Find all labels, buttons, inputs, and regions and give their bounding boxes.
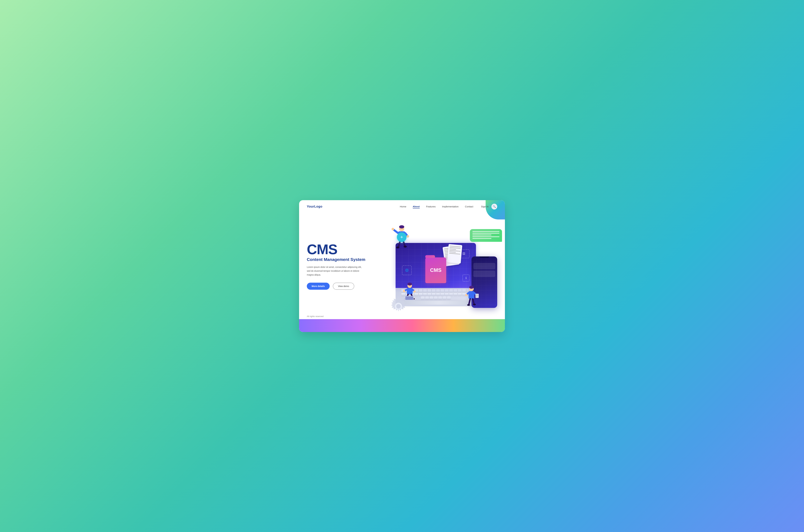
svg-point-40 [473, 304, 476, 305]
key [432, 293, 436, 296]
sign-in-link[interactable]: Sign In [481, 205, 489, 208]
view-demo-button[interactable]: View demo [333, 283, 354, 290]
svg-point-3 [399, 225, 404, 228]
nav-link-features[interactable]: Features [426, 205, 436, 208]
globe-icon: 🌐 [402, 265, 411, 275]
chat-line [473, 236, 499, 237]
chat-line [473, 238, 492, 239]
svg-rect-15 [407, 288, 413, 294]
nav-link-implementation[interactable]: Implementation [442, 205, 459, 208]
person-3 [465, 285, 478, 308]
phone-content [472, 261, 497, 280]
navbar: YourLogo Home About Features Implementat… [299, 200, 505, 213]
nav-item-features[interactable]: Features [426, 205, 436, 208]
hero-description: Lorem ipsum dolor sit amet, consectetur … [307, 265, 365, 277]
key [432, 289, 436, 292]
nav-links: Home About Features Implementation Conta… [400, 205, 473, 208]
svg-point-12 [404, 246, 407, 248]
phone-line [473, 263, 495, 269]
hero-text: CMS Content Management System Lorem ipsu… [307, 242, 374, 289]
logo: YourLogo [307, 205, 322, 208]
key [419, 289, 423, 292]
chat-line [473, 231, 499, 232]
svg-point-39 [467, 304, 470, 306]
svg-rect-28 [468, 291, 474, 299]
key [419, 293, 423, 296]
key [423, 293, 427, 296]
nav-link-home[interactable]: Home [400, 205, 406, 208]
more-details-button[interactable]: More details [307, 283, 330, 290]
doc-line [449, 249, 456, 250]
nav-right: Sign In 🔍 [481, 204, 497, 209]
key [445, 289, 448, 292]
key [427, 289, 431, 292]
button-group: More details View demo [307, 283, 374, 290]
chat-line [473, 234, 492, 235]
svg-point-6 [391, 228, 394, 230]
plus-circle-icon: + [397, 232, 406, 242]
svg-line-38 [473, 299, 474, 304]
key [436, 293, 440, 296]
svg-point-19 [414, 290, 416, 292]
key [454, 293, 457, 296]
key [449, 289, 453, 292]
key [434, 297, 438, 299]
chat-bubble [470, 229, 502, 242]
svg-rect-33 [476, 294, 479, 298]
svg-point-14 [407, 283, 412, 286]
phone-line [473, 271, 495, 277]
nav-item-implementation[interactable]: Implementation [442, 205, 459, 208]
doc-line [450, 246, 461, 247]
key [421, 297, 425, 299]
svg-point-30 [465, 294, 467, 296]
svg-point-8 [406, 235, 409, 238]
nav-link-contact[interactable]: Contact [465, 205, 473, 208]
search-icon: 🔍 [493, 205, 496, 208]
key [429, 297, 433, 299]
svg-point-11 [396, 246, 399, 248]
cms-folder: CMS [425, 258, 446, 283]
svg-point-27 [469, 286, 474, 289]
nav-item-home[interactable]: Home [400, 205, 406, 208]
hero-title: CMS [307, 242, 374, 256]
key [440, 293, 444, 296]
svg-line-37 [469, 299, 470, 304]
info-icon: ℹ [462, 274, 470, 282]
svg-rect-25 [405, 296, 413, 300]
svg-point-17 [403, 290, 405, 292]
chat-line [473, 233, 499, 234]
phone-notch [479, 256, 489, 258]
key [440, 289, 444, 292]
key [436, 289, 440, 292]
key [454, 289, 457, 292]
svg-point-1 [396, 304, 401, 308]
cms-folder-label: CMS [430, 267, 441, 273]
key [445, 293, 448, 296]
hero-subtitle: Content Management System [307, 257, 374, 262]
key [423, 289, 427, 292]
page-card: YourLogo Home About Features Implementat… [299, 200, 505, 332]
key [458, 289, 462, 292]
nav-link-about[interactable]: About [413, 205, 420, 209]
key [442, 297, 446, 299]
key [438, 297, 442, 299]
illustration: CMS 🌐 🖼 ℹ [374, 220, 497, 313]
search-button[interactable]: 🔍 [492, 204, 497, 209]
key [447, 297, 451, 299]
key [427, 293, 431, 296]
key [449, 293, 453, 296]
footer-rights: All rights reserved [307, 315, 324, 318]
nav-item-contact[interactable]: Contact [465, 205, 473, 208]
main-content: CMS Content Management System Lorem ipsu… [299, 213, 505, 329]
doc-line [449, 247, 461, 249]
person-2 [403, 282, 416, 303]
nav-item-about[interactable]: About [413, 205, 420, 208]
key [458, 293, 462, 296]
image-icon: 🖼 [458, 249, 470, 258]
doc-line [449, 251, 456, 253]
key [425, 297, 429, 299]
